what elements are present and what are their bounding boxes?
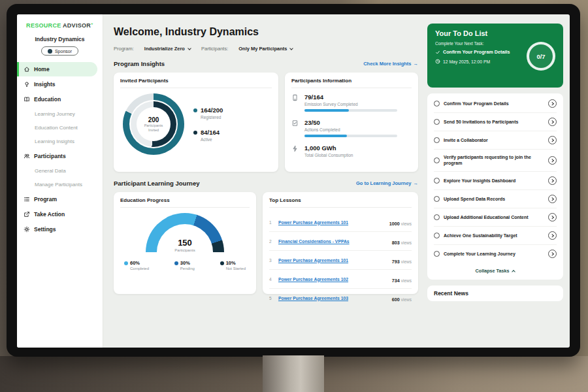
task-row[interactable]: Upload Additional Educational Content (434, 208, 557, 227)
legend-item: 84/164 Active (193, 129, 223, 142)
legend-item: 60% Completed (124, 260, 149, 270)
gauge-center-value: 150 (146, 238, 224, 247)
todo-panel: Your To Do List Complete Your Next Task:… (423, 14, 570, 348)
sponsor-badge[interactable]: Sponsor (41, 46, 78, 56)
lesson-link[interactable]: Power Purchase Agreements 103 (278, 296, 388, 301)
task-row[interactable]: Send 50 Invitations to Participants (434, 113, 557, 131)
sidebar-item-manage-participants[interactable]: Manage Participants (17, 178, 103, 191)
arrow-right-icon: → (414, 61, 419, 67)
clock-icon (435, 59, 440, 64)
legend-item: 30% Pending (174, 260, 195, 270)
sidebar-item-home[interactable]: Home (17, 62, 97, 76)
sidebar-item-participants[interactable]: Participants (17, 149, 103, 163)
lesson-link[interactable]: Power Purchase Agreements 101 (278, 258, 388, 263)
task-chevron-icon[interactable] (548, 213, 557, 221)
task-checkbox[interactable] (434, 119, 440, 125)
task-checkbox[interactable] (434, 137, 440, 143)
logo-plus: + (91, 22, 93, 25)
lesson-row: 3 Power Purchase Agreements 101 793views (269, 251, 412, 270)
lesson-link[interactable]: Power Purchase Agreements 101 (278, 220, 385, 225)
task-chevron-icon[interactable] (548, 231, 557, 240)
app-logo: RESOURCE ADVISOR+ (17, 22, 103, 29)
task-checkbox[interactable] (434, 251, 440, 257)
background-scene: RESOURCE ADVISOR+ Industry Dynamics Spon… (0, 0, 588, 392)
task-chevron-icon[interactable] (548, 136, 557, 144)
legend-dot (124, 261, 128, 265)
sidebar: RESOURCE ADVISOR+ Industry Dynamics Spon… (17, 14, 103, 348)
task-checkbox[interactable] (434, 178, 440, 184)
lesson-number: 3 (269, 258, 274, 263)
sidebar-nav: Home Insights Education Learning Journey… (17, 62, 103, 237)
task-chevron-icon[interactable] (548, 250, 557, 258)
section-title-program-insights: Program Insights (114, 60, 165, 67)
sidebar-item-education[interactable]: Education (17, 92, 103, 106)
sponsor-icon (48, 49, 52, 54)
program-insights-header: Program Insights Check More Insights → (114, 60, 418, 67)
sidebar-item-label: Education (34, 96, 61, 103)
link-label: Check More Insights (363, 61, 411, 67)
task-label: Achieve One Sustainability Target (444, 233, 544, 238)
home-icon (24, 66, 30, 73)
task-chevron-icon[interactable] (548, 195, 557, 203)
check-more-insights-link[interactable]: Check More Insights → (363, 61, 418, 67)
sidebar-item-learning-journey[interactable]: Learning Journey (17, 107, 103, 121)
task-row[interactable]: Complete Your Learning Journey (434, 245, 557, 263)
sidebar-item-label: Settings (34, 226, 56, 233)
task-checkbox[interactable] (434, 214, 440, 220)
metric-value: 1,000 GWh (304, 144, 353, 152)
task-label: Explore Your Insights Dashboard (444, 178, 544, 184)
task-label: Complete Your Learning Journey (444, 251, 544, 257)
sidebar-item-general-data[interactable]: General Data (17, 164, 103, 178)
program-filter-label: Program: (114, 46, 134, 52)
sidebar-item-settings[interactable]: Settings (17, 222, 103, 237)
collapse-tasks-label: Collapse Tasks (476, 268, 510, 274)
monitor: RESOURCE ADVISOR+ Industry Dynamics Spon… (7, 4, 580, 357)
card-title: Top Lessons (269, 197, 412, 208)
task-checkbox[interactable] (434, 157, 440, 163)
task-checkbox[interactable] (434, 101, 440, 106)
metric-row: 1,000 GWh Total Global Consumption (291, 144, 412, 160)
task-chevron-icon[interactable] (548, 99, 557, 108)
task-row[interactable]: Invite a Collaborator (434, 131, 557, 150)
sidebar-item-label: Program (34, 196, 57, 203)
task-label: Upload Additional Educational Content (444, 214, 544, 220)
education-progress-gauge: 150 Participants (146, 213, 224, 252)
go-to-learning-journey-link[interactable]: Go to Learning Journey → (356, 180, 418, 186)
sidebar-item-learning-insights[interactable]: Learning Insights (17, 135, 103, 148)
education-icon (24, 96, 30, 103)
participants-dropdown[interactable]: Only My Participants (238, 46, 293, 52)
lesson-link[interactable]: Power Purchase Agreements 102 (278, 277, 388, 282)
task-checkbox[interactable] (434, 233, 440, 238)
sidebar-item-education-content[interactable]: Education Content (17, 121, 103, 135)
task-chevron-icon[interactable] (548, 156, 557, 165)
task-label: Upload Spend Data Records (444, 196, 544, 202)
legend-label: Registered (201, 115, 223, 120)
sidebar-item-take-action[interactable]: Take Action (17, 207, 103, 221)
task-row[interactable]: Verify participants requesting to join t… (434, 150, 557, 172)
todo-next-task[interactable]: Confirm Your Program Details (435, 49, 523, 55)
gauge-legend: 60% Completed 30% Pending (120, 260, 250, 270)
program-dropdown[interactable]: Industrialize Zero (144, 46, 191, 52)
task-row[interactable]: Confirm Your Program Details (434, 95, 557, 113)
task-row[interactable]: Upload Spend Data Records (434, 190, 557, 208)
program-insights-cards: Invited Participants 200 Participants In… (114, 73, 418, 172)
card-title: Education Progress (120, 197, 250, 208)
link-label: Go to Learning Journey (356, 180, 412, 186)
card-title: Invited Participants (120, 78, 272, 88)
sidebar-item-program[interactable]: Program (17, 192, 103, 206)
sidebar-item-label: Participants (34, 153, 66, 159)
sidebar-item-insights[interactable]: Insights (17, 77, 103, 91)
legend-dot (174, 261, 178, 265)
task-row[interactable]: Explore Your Insights Dashboard (434, 172, 557, 190)
lesson-link[interactable]: Financial Considerations - VPPAs (278, 239, 388, 244)
lesson-number: 5 (269, 296, 274, 301)
task-row[interactable]: Achieve One Sustainability Target (434, 227, 557, 245)
task-chevron-icon[interactable] (548, 118, 557, 126)
learning-journey-cards: Education Progress 150 Participants (114, 192, 418, 294)
lesson-row: 4 Power Purchase Agreements 102 734views (269, 270, 412, 289)
task-chevron-icon[interactable] (548, 176, 557, 185)
collapse-tasks-button[interactable]: Collapse Tasks (434, 263, 557, 278)
gauge-center: 150 Participants (146, 238, 224, 252)
task-checkbox[interactable] (434, 196, 440, 202)
donut-center-value: 200 (148, 116, 159, 123)
